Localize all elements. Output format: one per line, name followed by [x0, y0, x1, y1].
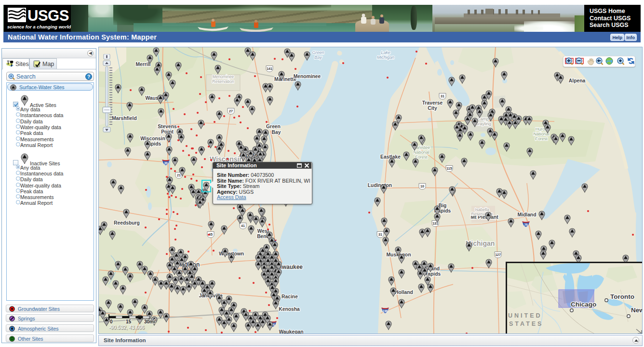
svg-text:National: National — [533, 132, 549, 136]
svg-text:127: 127 — [495, 253, 501, 256]
svg-text:Green: Green — [266, 124, 281, 129]
svg-text:Menominee: Menominee — [213, 74, 234, 79]
svg-text:27: 27 — [229, 109, 233, 113]
svg-text:31: 31 — [378, 233, 382, 236]
svg-text:31: 31 — [441, 94, 444, 98]
svg-text:New: New — [631, 307, 643, 314]
svg-text:196: 196 — [383, 309, 388, 313]
svg-text:Marshfield: Marshfield — [112, 116, 137, 121]
svg-text:Stevens: Stevens — [158, 124, 177, 129]
svg-text:National: National — [413, 150, 429, 155]
svg-text:Toronto: Toronto — [610, 293, 634, 300]
svg-text:UNITED: UNITED — [508, 312, 542, 319]
svg-text:75: 75 — [524, 223, 528, 227]
svg-text:Bay: Bay — [272, 130, 281, 135]
svg-text:30mi: 30mi — [144, 319, 155, 324]
svg-text:Reedsburg: Reedsburg — [114, 220, 140, 226]
svg-text:21: 21 — [177, 174, 181, 177]
svg-text:115: 115 — [446, 167, 452, 170]
svg-text:Michigan: Michigan — [377, 55, 394, 60]
svg-text:Chicago: Chicago — [571, 301, 596, 308]
svg-text:STATES: STATES — [509, 320, 543, 327]
svg-text:Green: Green — [312, 50, 324, 55]
svg-text:Reservation: Reservation — [212, 79, 234, 84]
svg-text:Wisconsin: Wisconsin — [140, 136, 165, 141]
svg-text:City: City — [428, 106, 437, 111]
svg-text:Midland: Midland — [518, 212, 537, 217]
svg-text:39: 39 — [164, 161, 168, 165]
svg-text:Alpena: Alpena — [569, 78, 586, 83]
svg-text:Bay: Bay — [314, 55, 322, 60]
svg-text:Camp: Camp — [477, 117, 489, 121]
svg-text:Holland: Holland — [395, 290, 413, 295]
svg-text:?: ? — [87, 74, 90, 80]
svg-text:Racine: Racine — [282, 294, 298, 299]
svg-text:Kenosha: Kenosha — [279, 307, 300, 312]
svg-text:Merrill: Merrill — [136, 62, 151, 67]
svg-text:Lake: Lake — [381, 50, 390, 55]
svg-text:10: 10 — [420, 185, 424, 188]
svg-text:Waukegan: Waukegan — [279, 329, 303, 334]
svg-text:USGS: USGS — [27, 7, 69, 24]
svg-text:Ludington: Ludington — [368, 183, 392, 188]
svg-text:Menominee: Menominee — [294, 74, 321, 79]
svg-text:Traverse: Traverse — [422, 100, 443, 106]
svg-text:0: 0 — [110, 319, 113, 324]
svg-text:41: 41 — [241, 224, 245, 227]
svg-text:141: 141 — [267, 67, 272, 70]
svg-text:15: 15 — [126, 319, 132, 324]
svg-text:Forest: Forest — [535, 136, 548, 141]
svg-text:science for a changing world: science for a changing world — [7, 24, 71, 29]
